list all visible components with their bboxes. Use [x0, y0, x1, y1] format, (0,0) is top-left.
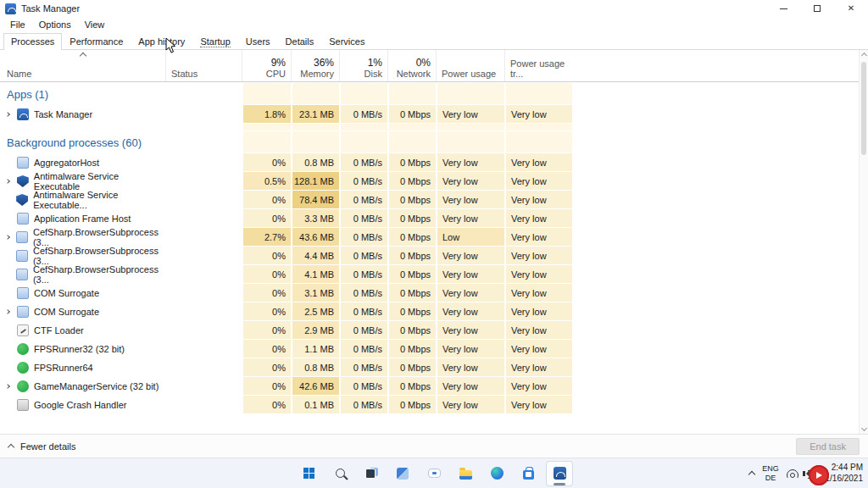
expand-chevron[interactable] — [6, 113, 17, 116]
taskbar-button-edge[interactable] — [483, 461, 510, 486]
column-header-trend[interactable]: Power usage tr... — [504, 50, 572, 81]
column-header-status[interactable]: Status — [165, 50, 242, 81]
explorer-icon — [459, 470, 472, 480]
taskbar-button-widgets[interactable] — [389, 461, 416, 486]
menu-view[interactable]: View — [78, 19, 112, 30]
scroll-up-icon — [861, 53, 867, 58]
task-manager-window: Task Manager ✕ FileOptionsView Processes… — [0, 0, 868, 458]
process-icon-generic — [16, 250, 28, 262]
mouse-cursor — [165, 37, 177, 54]
column-header-disk[interactable]: 1%Disk — [339, 50, 387, 81]
process-row[interactable]: CefSharp.BrowserSubprocess (3...0%4.4 MB… — [0, 247, 858, 265]
process-row[interactable]: GameManagerService (32 bit)0%42.6 MB0 MB… — [0, 377, 858, 396]
process-status-cell — [165, 265, 242, 284]
cell-network: 0 Mbps — [387, 228, 436, 247]
cell-disk: 0 MB/s — [339, 191, 387, 209]
cell-disk: 0 MB/s — [339, 153, 387, 172]
tab-users[interactable]: Users — [238, 33, 278, 50]
group-header[interactable]: Background processes (60) — [0, 131, 858, 153]
minimize-button[interactable] — [766, 0, 800, 17]
row-filler — [572, 340, 858, 358]
column-header-network[interactable]: 0%Network — [387, 50, 436, 81]
process-row[interactable]: FPSRunner640%0.8 MB0 MB/s0 MbpsVery lowV… — [0, 358, 858, 377]
chevron-up-icon — [8, 444, 14, 451]
process-row[interactable]: CefSharp.BrowserSubprocess (3...0%4.1 MB… — [0, 265, 858, 284]
process-row[interactable]: Antimalware Service Executable...0%78.4 … — [0, 191, 858, 209]
vertical-scrollbar[interactable] — [859, 50, 868, 434]
taskbar-button-taskview[interactable] — [358, 461, 385, 486]
menu-file[interactable]: File — [3, 19, 32, 30]
process-icon-generic — [16, 269, 28, 280]
cell-trend: Very low — [504, 377, 572, 396]
cell-cpu — [242, 124, 291, 131]
menu-options[interactable]: Options — [32, 19, 78, 30]
scrollbar-thumb[interactable] — [861, 62, 866, 155]
process-row[interactable]: COM Surrogate0%3.1 MB0 MB/s0 MbpsVery lo… — [0, 284, 858, 302]
row-filler — [572, 131, 858, 153]
tab-processes[interactable]: Processes — [3, 33, 62, 50]
close-button[interactable]: ✕ — [834, 0, 868, 17]
end-task-button[interactable]: End task — [796, 438, 860, 455]
process-icon-google — [17, 399, 29, 411]
expand-chevron[interactable] — [6, 236, 16, 239]
taskbar-button-taskmgr[interactable] — [546, 461, 573, 486]
process-row[interactable]: Google Crash Handler0%0.1 MB0 MB/s0 Mbps… — [0, 396, 858, 414]
cell-network: 0 Mbps — [387, 396, 436, 414]
column-header-cpu[interactable]: 9%CPU — [242, 50, 291, 81]
expand-chevron[interactable] — [6, 310, 17, 313]
process-row[interactable]: FPSRunner32 (32 bit)0%1.1 MB0 MB/s0 Mbps… — [0, 340, 858, 358]
tab-app-history[interactable]: App history — [131, 33, 192, 50]
tab-performance[interactable]: Performance — [62, 33, 131, 50]
language-switcher[interactable]: ENG DE — [762, 464, 779, 483]
tab-details[interactable]: Details — [278, 33, 322, 50]
maximize-button[interactable] — [800, 0, 834, 17]
column-label-power: Power usage — [442, 69, 504, 79]
expand-chevron[interactable] — [6, 385, 17, 388]
taskbar-button-start[interactable] — [295, 461, 322, 486]
cell-cpu: 0.5% — [242, 172, 291, 191]
cell-disk: 0 MB/s — [339, 358, 387, 377]
cell-trend — [504, 131, 572, 153]
expand-chevron[interactable] — [6, 180, 17, 183]
process-icon-generic — [17, 213, 29, 225]
process-row[interactable]: Application Frame Host0%3.3 MB0 MB/s0 Mb… — [0, 209, 858, 228]
process-name: CefSharp.BrowserSubprocess (3... — [33, 264, 165, 285]
cell-trend: Very low — [504, 105, 572, 124]
cell-cpu: 1.8% — [242, 105, 291, 124]
process-row[interactable]: Task Manager1.8%23.1 MB0 MB/s0 MbpsVery … — [0, 105, 858, 124]
column-header-power[interactable]: Power usage — [436, 50, 504, 81]
column-total-network: 0% — [388, 57, 431, 69]
network-icon[interactable] — [787, 469, 798, 478]
cell-memory — [291, 83, 339, 105]
status-bar: Fewer details End task — [0, 434, 868, 458]
taskbar-button-search[interactable] — [326, 461, 353, 486]
process-name-cell: AggregatorHost — [0, 153, 165, 172]
group-header[interactable]: Apps (1) — [0, 83, 858, 105]
process-row[interactable]: AggregatorHost0%0.8 MB0 MB/s0 MbpsVery l… — [0, 153, 858, 172]
cell-power: Very low — [436, 377, 504, 396]
process-name: Application Frame Host — [34, 214, 131, 224]
cell-power — [436, 124, 504, 131]
tray-chevron-up-icon[interactable] — [748, 471, 755, 478]
column-header-memory[interactable]: 36%Memory — [291, 50, 339, 81]
taskbar-button-chat[interactable] — [420, 461, 448, 486]
taskbar-button-explorer[interactable] — [452, 461, 479, 486]
row-filler — [572, 172, 858, 191]
cell-disk — [339, 124, 387, 131]
column-header-name[interactable]: Name — [0, 50, 165, 81]
group-header-label: Background processes (60) — [7, 136, 142, 149]
cell-power: Very low — [436, 284, 504, 302]
process-row[interactable]: CefSharp.BrowserSubprocess (3...2.7%43.6… — [0, 228, 858, 247]
spacer-gap — [0, 124, 242, 131]
process-icon-taskmgr — [17, 108, 29, 120]
tab-services[interactable]: Services — [321, 33, 372, 50]
process-row[interactable]: Antimalware Service Executable0.5%128.1 … — [0, 172, 858, 191]
cell-disk: 0 MB/s — [339, 172, 387, 191]
tab-startup[interactable]: Startup — [192, 33, 237, 50]
taskbar-button-store[interactable] — [515, 461, 542, 486]
process-row[interactable]: COM Surrogate0%2.5 MB0 MB/s0 MbpsVery lo… — [0, 302, 858, 321]
process-row[interactable]: CTF Loader0%2.9 MB0 MB/s0 MbpsVery lowVe… — [0, 321, 858, 340]
fewer-details-toggle[interactable]: Fewer details — [20, 441, 75, 452]
process-name: Google Crash Handler — [34, 400, 126, 410]
tab-bar: ProcessesPerformanceApp historyStartupUs… — [0, 31, 868, 50]
